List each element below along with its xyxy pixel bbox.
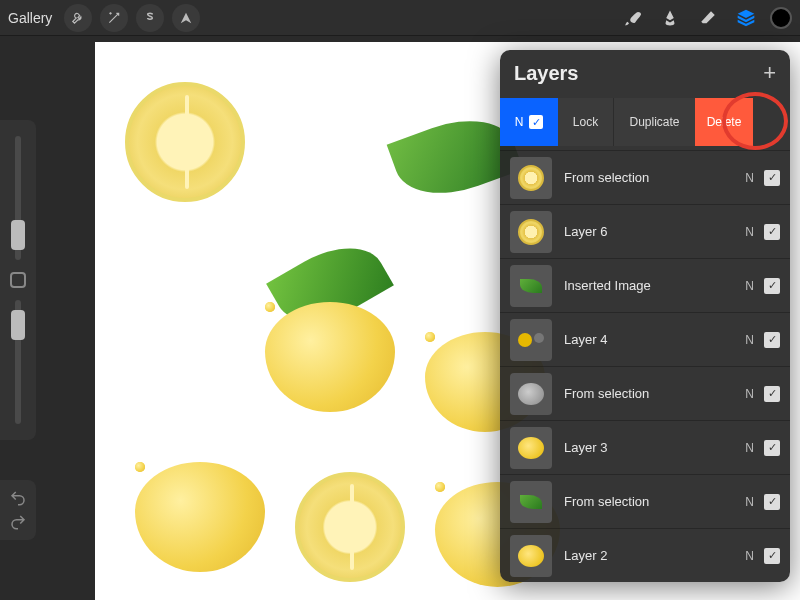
layer-thumbnail — [510, 265, 552, 307]
layer-visibility-checkbox[interactable]: ✓ — [764, 548, 780, 564]
layer-list: From selectionN✓Layer 6N✓Inserted ImageN… — [500, 150, 790, 582]
layer-row[interactable]: Inserted ImageN✓ — [500, 258, 790, 312]
visibility-checkbox[interactable]: ✓ — [529, 115, 543, 129]
undo-icon[interactable] — [6, 486, 30, 510]
layer-thumbnail — [510, 427, 552, 469]
layer-visibility-checkbox[interactable]: ✓ — [764, 278, 780, 294]
layer-thumbnail — [510, 481, 552, 523]
layer-row[interactable]: Layer 6N✓ — [500, 204, 790, 258]
transform-arrow-icon[interactable] — [172, 4, 200, 32]
layer-blend-letter[interactable]: N — [745, 171, 754, 185]
layer-name-label: From selection — [564, 170, 745, 185]
delete-button[interactable]: Delete — [695, 98, 753, 146]
brush-sliders-panel — [0, 120, 36, 440]
artwork-lemon — [265, 302, 395, 412]
layer-row[interactable]: Layer 2N✓ — [500, 528, 790, 582]
eraser-icon[interactable] — [694, 4, 722, 32]
redo-icon[interactable] — [6, 510, 30, 534]
layers-panel: Layers + N ✓ Lock Duplicate Delete From … — [500, 50, 790, 582]
color-picker-swatch[interactable] — [770, 7, 792, 29]
brush-opacity-slider[interactable] — [15, 300, 21, 424]
modifier-button[interactable] — [10, 272, 26, 288]
layer-blend-letter[interactable]: N — [745, 495, 754, 509]
duplicate-button[interactable]: Duplicate — [613, 98, 695, 146]
artwork-lemon — [135, 462, 265, 572]
layer-blend-letter[interactable]: N — [745, 387, 754, 401]
top-toolbar: Gallery — [0, 0, 800, 36]
layer-action-row: N ✓ Lock Duplicate Delete — [500, 98, 790, 146]
layer-visibility-checkbox[interactable]: ✓ — [764, 224, 780, 240]
lock-button[interactable]: Lock — [558, 98, 613, 146]
layer-visibility-checkbox[interactable]: ✓ — [764, 332, 780, 348]
selection-s-icon[interactable] — [136, 4, 164, 32]
layer-name-label: Layer 6 — [564, 224, 745, 239]
undo-redo-panel — [0, 480, 36, 540]
blend-mode-button[interactable]: N ✓ — [500, 98, 558, 146]
layer-row[interactable]: From selectionN✓ — [500, 366, 790, 420]
brush-size-slider[interactable] — [15, 136, 21, 260]
layer-name-label: Layer 4 — [564, 332, 745, 347]
brush-icon[interactable] — [618, 4, 646, 32]
layer-visibility-checkbox[interactable]: ✓ — [764, 494, 780, 510]
layer-blend-letter[interactable]: N — [745, 279, 754, 293]
artwork-lemon-half — [125, 82, 245, 202]
layer-blend-letter[interactable]: N — [745, 549, 754, 563]
blend-mode-letter: N — [515, 115, 524, 129]
layer-visibility-checkbox[interactable]: ✓ — [764, 170, 780, 186]
actions-wrench-icon[interactable] — [64, 4, 92, 32]
layer-thumbnail — [510, 319, 552, 361]
layer-visibility-checkbox[interactable]: ✓ — [764, 440, 780, 456]
layer-name-label: From selection — [564, 386, 745, 401]
layers-panel-title: Layers — [514, 62, 579, 85]
artwork-lemon-half — [295, 472, 405, 582]
smudge-icon[interactable] — [656, 4, 684, 32]
layer-row[interactable]: From selectionN✓ — [500, 474, 790, 528]
layer-row[interactable]: Layer 3N✓ — [500, 420, 790, 474]
layer-row[interactable]: From selectionN✓ — [500, 150, 790, 204]
layer-blend-letter[interactable]: N — [745, 441, 754, 455]
layer-visibility-checkbox[interactable]: ✓ — [764, 386, 780, 402]
layer-thumbnail — [510, 373, 552, 415]
layer-name-label: From selection — [564, 494, 745, 509]
layer-name-label: Layer 3 — [564, 440, 745, 455]
adjustments-wand-icon[interactable] — [100, 4, 128, 32]
layer-thumbnail — [510, 157, 552, 199]
gallery-button[interactable]: Gallery — [8, 10, 52, 26]
layer-thumbnail — [510, 535, 552, 577]
layer-name-label: Layer 2 — [564, 548, 745, 563]
add-layer-icon[interactable]: + — [763, 60, 776, 86]
layer-blend-letter[interactable]: N — [745, 225, 754, 239]
layers-icon[interactable] — [732, 4, 760, 32]
layer-row[interactable]: Layer 4N✓ — [500, 312, 790, 366]
layer-blend-letter[interactable]: N — [745, 333, 754, 347]
layer-thumbnail — [510, 211, 552, 253]
layer-name-label: Inserted Image — [564, 278, 745, 293]
